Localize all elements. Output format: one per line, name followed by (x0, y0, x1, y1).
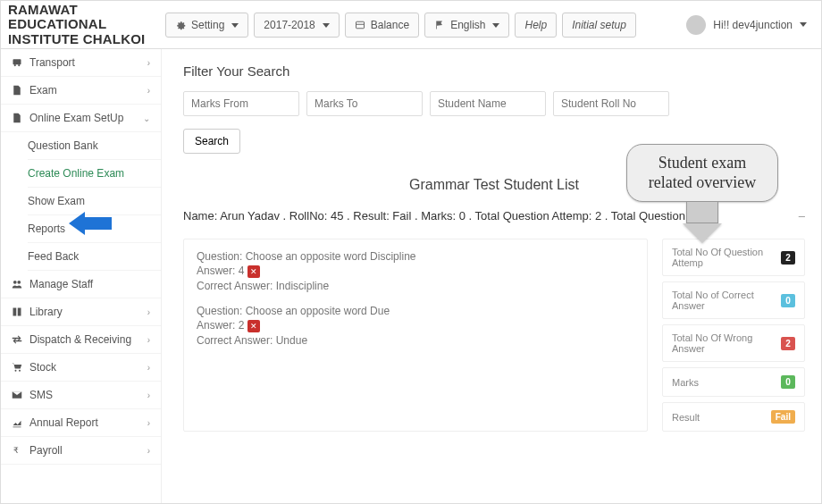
stat-correct: Total No of Correct Answer 0 (662, 281, 805, 319)
sidebar-label: Feed Back (28, 250, 79, 263)
marks-from-input[interactable] (183, 91, 299, 116)
brand-line1: RAMAWAT EDUCATIONAL (8, 2, 106, 32)
chevron-right-icon: › (147, 307, 150, 317)
sidebar-label: Library (29, 306, 63, 318)
sidebar-item-stock[interactable]: Stock › (1, 354, 161, 382)
users-icon (12, 279, 22, 290)
file-icon (12, 85, 22, 96)
brand: RAMAWAT EDUCATIONAL INSTITUTE CHALKOI (1, 0, 162, 52)
stat-result: Result Fail (662, 402, 805, 432)
chevron-right-icon: › (147, 363, 150, 373)
sidebar-label: Exam (29, 84, 57, 97)
sidebar-item-manage-staff[interactable]: Manage Staff (1, 271, 161, 298)
search-button[interactable]: Search (183, 129, 240, 154)
sidebar-label: Online Exam SetUp (29, 112, 123, 124)
stat-wrong: Total No Of Wrong Answer 2 (662, 324, 805, 362)
balance-label: Balance (371, 19, 409, 31)
chevron-right-icon: › (147, 391, 150, 400)
session-button[interactable]: 2017-2018 (254, 13, 339, 38)
svg-point-6 (17, 281, 21, 284)
sidebar-label: Payroll (29, 444, 63, 457)
filter-heading: Filter Your Search (183, 63, 805, 79)
sidebar-item-feedback[interactable]: Feed Back (28, 243, 161, 271)
arrow-shaft (85, 217, 112, 230)
sidebar-label: Reports (28, 223, 65, 235)
flag-icon (434, 20, 445, 30)
stat-label: Marks (672, 377, 699, 388)
correct-answer-text: Correct Answer: Undue (197, 334, 634, 347)
stat-label: Total No Of Question Attemp (672, 247, 781, 268)
cart-icon (12, 362, 22, 373)
stat-value: 0 (781, 375, 795, 389)
sidebar-item-exam[interactable]: Exam › (1, 77, 161, 105)
sidebar-sub-online-exam: Question Bank Create Online Exam Show Ex… (1, 132, 161, 271)
correct-answer-text: Correct Answer: Indiscipline (197, 280, 634, 292)
svg-point-5 (13, 281, 17, 284)
stat-value: 0 (781, 294, 795, 307)
collapse-icon[interactable]: – (799, 209, 805, 223)
balance-button[interactable]: Balance (345, 13, 419, 38)
sidebar: Transport › Exam › Online Exam SetUp ⌄ Q… (1, 49, 162, 503)
annotation-blue-arrow (69, 212, 112, 235)
stat-value: 2 (781, 251, 795, 265)
qa-block: Question: Choose an opposite word Discip… (197, 250, 634, 292)
sidebar-label: Create Online Exam (28, 167, 124, 180)
student-name-input[interactable] (430, 91, 546, 116)
annotation-arrow-head (683, 223, 722, 243)
chevron-right-icon: › (147, 58, 150, 68)
stat-value: Fail (771, 410, 795, 424)
marks-to-input[interactable] (306, 91, 423, 116)
filter-row (183, 91, 805, 116)
stat-marks: Marks 0 (662, 367, 805, 397)
stat-value: 2 (781, 337, 795, 350)
chevron-right-icon: › (147, 86, 150, 96)
sidebar-item-online-exam[interactable]: Online Exam SetUp ⌄ (1, 105, 161, 132)
stat-label: Total No of Correct Answer (672, 290, 781, 311)
bus-icon (12, 57, 22, 68)
sidebar-label: Show Exam (28, 195, 85, 207)
student-summary-text: Name: Arun Yadav . RollNo: 45 . Result: … (183, 209, 701, 223)
help-button[interactable]: Help (515, 13, 557, 38)
detail-panel: Question: Choose an opposite word Discip… (183, 239, 805, 432)
student-roll-input[interactable] (553, 91, 669, 116)
sidebar-item-library[interactable]: Library › (1, 298, 161, 326)
help-label: Help (524, 19, 547, 31)
svg-point-3 (14, 64, 16, 66)
sidebar-item-dispatch[interactable]: Dispatch & Receiving › (1, 326, 161, 354)
language-button[interactable]: English (424, 13, 509, 38)
wrong-icon: ✕ (247, 320, 260, 332)
svg-rect-2 (13, 59, 21, 64)
chevron-right-icon: › (147, 335, 150, 345)
setting-button[interactable]: Setting (165, 13, 248, 38)
top-bar: RAMAWAT EDUCATIONAL INSTITUTE CHALKOI Se… (1, 1, 821, 49)
app-window: RAMAWAT EDUCATIONAL INSTITUTE CHALKOI Se… (0, 0, 822, 504)
initial-setup-button[interactable]: Initial setup (562, 13, 636, 38)
chevron-down-icon: ⌄ (143, 113, 150, 123)
avatar (686, 15, 706, 35)
sidebar-label: Transport (29, 56, 75, 69)
stats-panel: Total No Of Question Attemp 2 Total No o… (662, 239, 805, 432)
sidebar-item-transport[interactable]: Transport › (1, 49, 161, 77)
svg-point-7 (15, 370, 17, 372)
caret-icon (800, 22, 807, 27)
caret-icon (230, 19, 239, 31)
svg-point-4 (18, 64, 20, 66)
initial-setup-label: Initial setup (572, 19, 626, 31)
sidebar-item-create-online-exam[interactable]: Create Online Exam (28, 160, 161, 188)
sidebar-item-question-bank[interactable]: Question Bank (28, 132, 161, 160)
sidebar-label: Dispatch & Receiving (29, 333, 131, 346)
sidebar-item-payroll[interactable]: ₹Payroll › (1, 437, 161, 465)
session-label: 2017-2018 (264, 19, 315, 31)
sidebar-item-sms[interactable]: SMS › (1, 382, 161, 409)
book-icon (12, 307, 22, 317)
sidebar-item-annual-report[interactable]: Annual Report › (1, 409, 161, 437)
svg-rect-0 (356, 21, 364, 29)
user-greeting: Hi!! dev4junction (713, 19, 793, 31)
caret-icon (321, 19, 330, 31)
annotation-arrow-shaft (686, 202, 718, 223)
answer-text: Answer: 2✕ (197, 319, 634, 332)
svg-point-8 (19, 370, 21, 372)
caret-icon (491, 19, 499, 31)
transfer-icon (12, 334, 22, 345)
top-right[interactable]: Hi!! dev4junction (686, 15, 821, 35)
